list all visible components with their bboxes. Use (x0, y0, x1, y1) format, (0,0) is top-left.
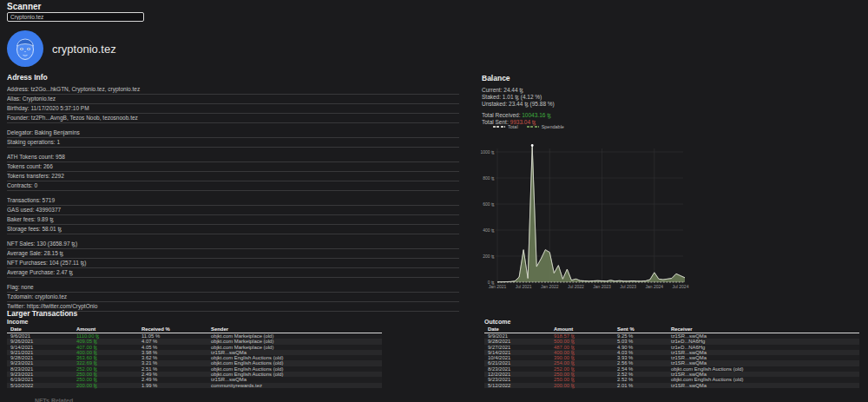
svg-text:Jul 2021: Jul 2021 (516, 284, 532, 288)
balance-chart: 0 ꜩ200 ꜩ400 ꜩ600 ꜩ800 ꜩ1000 ꜩJan 2021Jul… (479, 137, 865, 288)
balance-heading: Balance (482, 74, 864, 82)
svg-text:200 ꜩ: 200 ꜩ (483, 254, 495, 260)
svg-text:1000 ꜩ: 1000 ꜩ (480, 149, 495, 155)
info-field: Tokens count: 266 (7, 162, 459, 172)
svg-text:Jan 2023: Jan 2023 (593, 284, 611, 288)
legend-item-spendable[interactable]: Spendable (527, 124, 564, 129)
info-field: NFT Purchases: 104 (257.11 ꜩ) (7, 259, 459, 268)
address-info-section: Adress Info Address: tz2Go...hkGTN, Cryp… (7, 73, 459, 317)
tx-amount: 200.00 ꜩ (554, 383, 617, 388)
column-header: Receiver (671, 326, 859, 333)
info-field: Address: tz2Go...hkGTN, Cryptonio.tez, c… (7, 85, 459, 95)
address-info-fields: Address: tz2Go...hkGTN, Cryptonio.tez, c… (7, 85, 459, 312)
info-field: Storage fees: 58.01 ꜩ (7, 225, 459, 234)
avatar (7, 30, 43, 67)
info-field: Average Purchase: 2.47 ꜩ (7, 268, 459, 278)
tx-date: 5/12/2022 (484, 383, 554, 388)
balance-staked: Staked: 1.01 ꜩ (4.12 %) (482, 94, 864, 101)
info-field: Alias: Cryptonio.tez (7, 95, 459, 104)
svg-text:400 ꜩ: 400 ꜩ (483, 227, 495, 234)
info-field: Tokens transfers: 2292 (7, 172, 459, 181)
scanner-page: Scanner cryptonio.tez Adress Info Addres… (0, 0, 868, 402)
table-header: DateAmountSent %Receiver (484, 326, 859, 333)
svg-text:Jul 2022: Jul 2022 (568, 284, 584, 288)
svg-text:Jan 2021: Jan 2021 (489, 284, 507, 288)
table-header: DateAmountReceived %Sender (7, 326, 382, 333)
svg-text:Jan 2022: Jan 2022 (541, 284, 559, 288)
field-group-4: NFT Sales: 130 (3658.97 ꜩ)Average Sale: … (7, 240, 459, 278)
column-header: Date (7, 326, 76, 333)
search-input[interactable] (7, 12, 144, 22)
outcome-table: DateAmountSent %Receiver9/9/2021918.57 ꜩ… (484, 326, 859, 388)
chart-legend: TotalSpendable (493, 124, 564, 129)
svg-text:Jan 2024: Jan 2024 (646, 284, 664, 288)
info-field: Delegator: Baking Benjamins (7, 129, 459, 138)
column-header: Sender (211, 326, 382, 333)
column-header: Received % (141, 326, 211, 333)
column-header: Sent % (617, 326, 671, 333)
total-received-value: 10043.16 ꜩ (522, 112, 551, 118)
field-group-3: Transactions: 5719GAS used: 43990377Bake… (7, 196, 459, 234)
info-field: Tzdomain: cryptonio.tez (7, 293, 459, 302)
nfts-related-heading-cutoff: NFTs Related (35, 398, 73, 402)
balance-current: Current: 24.44 ꜩ (482, 87, 864, 94)
info-field: Average Sale: 28.15 ꜩ (7, 249, 459, 259)
legend-item-total[interactable]: Total (493, 124, 518, 129)
outcome-label: Outcome (484, 319, 510, 325)
column-header: Date (484, 326, 554, 333)
column-header: Amount (554, 326, 617, 333)
svg-text:Jul 2023: Jul 2023 (620, 284, 636, 288)
info-field: NFT Sales: 130 (3658.97 ꜩ) (7, 240, 459, 249)
field-group-2: ATH Tokens count: 958Tokens count: 266To… (7, 153, 459, 191)
table-row: 5/10/2022200.00 ꜩ1.99 %communityrewards.… (7, 383, 382, 388)
svg-text:Jul 2024: Jul 2024 (673, 284, 689, 288)
tx-percent: 2.01 % (617, 383, 671, 388)
address-info-heading: Adress Info (7, 73, 459, 82)
info-field: GAS used: 43990377 (7, 206, 459, 215)
legend-swatch (527, 126, 539, 129)
info-field: Founder: tz2Ph...AvngB, Tezos Noob, tezo… (7, 114, 459, 123)
field-group-0: Address: tz2Go...hkGTN, Cryptonio.tez, c… (7, 85, 459, 123)
income-label: Income (7, 319, 29, 325)
wallet-name: cryptonio.tez (52, 43, 116, 56)
table-row: 5/12/2022200.00 ꜩ2.01 %tz1SR...swQMa (484, 383, 859, 388)
income-table: DateAmountReceived %Sender9/6/20211110.0… (7, 326, 382, 388)
info-field: ATH Tokens count: 958 (7, 153, 459, 162)
info-field: Birthday: 11/17/2020 5:37:10 PM (7, 104, 459, 114)
balance-total-received: Total Received: 10043.16 ꜩ (482, 112, 864, 119)
tx-percent: 1.99 % (141, 383, 211, 388)
info-field: Staking operations: 1 (7, 138, 459, 148)
legend-label: Spendable (542, 124, 564, 129)
field-group-1: Delegator: Baking BenjaminsStaking opera… (7, 129, 459, 148)
balance-unstaked: Unstaked: 23.44 ꜩ (95.88 %) (482, 101, 864, 108)
info-field: Contracts: 0 (7, 181, 459, 191)
larger-transactions-heading: Larger Transactions (7, 309, 77, 318)
page-title: Scanner (7, 2, 41, 11)
tx-amount: 200.00 ꜩ (76, 383, 141, 388)
svg-text:600 ꜩ: 600 ꜩ (483, 201, 495, 208)
tx-party[interactable]: tz1SR...swQMa (671, 383, 859, 388)
info-field: Baker fees: 9.89 ꜩ (7, 215, 459, 225)
field-group-5: Flag: noneTzdomain: cryptonio.tezTwitter… (7, 283, 459, 312)
balance-section: Balance Current: 24.44 ꜩ Staked: 1.01 ꜩ … (482, 74, 864, 126)
tx-party[interactable]: communityrewards.tez (211, 383, 382, 388)
column-header: Amount (76, 326, 141, 333)
svg-text:800 ꜩ: 800 ꜩ (483, 175, 495, 181)
info-field: Flag: none (7, 283, 459, 293)
info-field: Transactions: 5719 (7, 196, 459, 206)
tx-date: 5/10/2022 (7, 383, 76, 388)
legend-swatch (493, 126, 505, 129)
legend-label: Total (508, 124, 518, 129)
